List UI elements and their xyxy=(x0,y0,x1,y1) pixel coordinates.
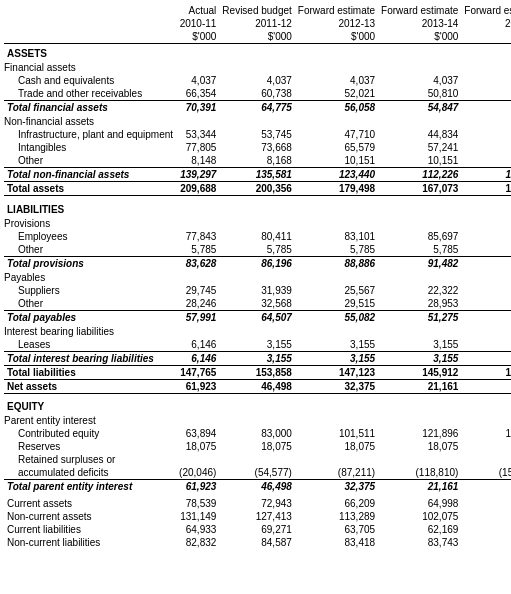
table-row: Employees77,84380,41183,10185,69787,697 xyxy=(4,230,511,243)
table-row: Total parent entity interest61,92346,498… xyxy=(4,480,511,494)
section-label: EQUITY xyxy=(4,397,511,413)
row-value: 18,075 xyxy=(176,440,219,453)
row-value: 93,482 xyxy=(461,256,511,270)
row-value: 127,413 xyxy=(219,510,295,523)
row-value: 179,498 xyxy=(295,182,378,196)
row-value: 53,344 xyxy=(176,128,219,141)
table-row: Intangibles77,80573,66865,57957,24150,59… xyxy=(4,141,511,154)
row-value: 10,151 xyxy=(295,154,378,168)
table-row: Current liabilities64,93369,27163,70562,… xyxy=(4,523,511,536)
row-value xyxy=(219,453,295,466)
row-value: 67,998 xyxy=(461,497,511,510)
section-header-row: EQUITY xyxy=(4,397,511,413)
row-value: 83,000 xyxy=(219,427,295,440)
row-value: 4,037 xyxy=(461,74,511,87)
row-label: Total provisions xyxy=(4,256,176,270)
col-forward2-header: Forward estimate xyxy=(378,4,461,17)
row-label: Total payables xyxy=(4,310,176,324)
row-label: Cash and equivalents xyxy=(4,74,176,87)
row-value: 148,912 xyxy=(461,365,511,379)
row-label: Total assets xyxy=(4,182,176,196)
row-label: Suppliers xyxy=(4,284,176,297)
row-value: 32,375 xyxy=(295,480,378,494)
row-value: 64,933 xyxy=(176,523,219,536)
row-value: 153,858 xyxy=(219,365,295,379)
col-year3: 2012-13 xyxy=(295,17,378,30)
row-value: 11,730 xyxy=(461,480,511,494)
table-row: Non-current liabilities82,83284,58783,41… xyxy=(4,536,511,549)
row-value: 200,356 xyxy=(219,182,295,196)
section-label: Parent entity interest xyxy=(4,413,511,427)
row-value: 18,075 xyxy=(378,440,461,453)
row-value: 23,322 xyxy=(461,284,511,297)
col-unit3: $'000 xyxy=(295,30,378,44)
row-value: 57,991 xyxy=(176,310,219,324)
row-value: (118,810) xyxy=(378,466,461,480)
row-value: 84,587 xyxy=(219,536,295,549)
row-value: 5,785 xyxy=(295,243,378,257)
row-value: 28,246 xyxy=(176,297,219,311)
col-unit4: $'000 xyxy=(378,30,461,44)
row-value: 57,241 xyxy=(378,141,461,154)
section-label: ASSETS xyxy=(4,44,511,61)
row-value: 42,045 xyxy=(461,128,511,141)
row-value: (54,577) xyxy=(219,466,295,480)
row-label: Other xyxy=(4,154,176,168)
section-label: Interest bearing liabilities xyxy=(4,324,511,338)
row-value: 64,775 xyxy=(219,101,295,115)
section-label: Financial assets xyxy=(4,60,511,74)
table-row: Suppliers29,74531,93925,56722,32223,322 xyxy=(4,284,511,297)
row-value: (20,046) xyxy=(176,466,219,480)
row-value: 87,697 xyxy=(461,230,511,243)
row-value: 55,082 xyxy=(295,310,378,324)
row-value: 57,847 xyxy=(461,101,511,115)
row-value: 91,482 xyxy=(378,256,461,270)
row-value: 209,688 xyxy=(176,182,219,196)
col-year5: 2014-15 xyxy=(461,17,511,30)
row-value: 63,894 xyxy=(176,427,219,440)
section-header-row: Parent entity interest xyxy=(4,413,511,427)
table-row: Total payables57,99164,50755,08251,27552… xyxy=(4,310,511,324)
row-label: Reserves xyxy=(4,440,176,453)
row-value: 32,568 xyxy=(219,297,295,311)
table-row: Non-current assets131,149127,413113,2891… xyxy=(4,510,511,523)
row-label: Total liabilities xyxy=(4,365,176,379)
row-value: 10,151 xyxy=(461,154,511,168)
row-value: 8,168 xyxy=(219,154,295,168)
row-label: Infrastructure, plant and equipment xyxy=(4,128,176,141)
row-value xyxy=(378,453,461,466)
row-value: 147,765 xyxy=(176,365,219,379)
row-value: 22,322 xyxy=(378,284,461,297)
row-label: Leases xyxy=(4,338,176,352)
table-row: accumulated deficits(20,046)(54,577)(87,… xyxy=(4,466,511,480)
row-label: Intangibles xyxy=(4,141,176,154)
row-value: 63,169 xyxy=(461,523,511,536)
row-value: 3,155 xyxy=(219,338,295,352)
row-value: 29,515 xyxy=(295,297,378,311)
row-value: 139,297 xyxy=(176,168,219,182)
row-value: (87,211) xyxy=(295,466,378,480)
row-value: 121,896 xyxy=(378,427,461,440)
row-value: 54,847 xyxy=(378,101,461,115)
section-label: LIABILITIES xyxy=(4,200,511,216)
row-value: 88,886 xyxy=(295,256,378,270)
row-value: 102,075 xyxy=(378,510,461,523)
row-value: 143,726 xyxy=(461,427,511,440)
section-header-row: Interest bearing liabilities xyxy=(4,324,511,338)
section-header-row: Provisions xyxy=(4,216,511,230)
row-label: Current liabilities xyxy=(4,523,176,536)
row-value: 4,037 xyxy=(219,74,295,87)
table-row: Other5,7855,7855,7855,7855,785 xyxy=(4,243,511,257)
row-value xyxy=(176,453,219,466)
section-header-row: Non-financial assets xyxy=(4,114,511,128)
row-value: 46,498 xyxy=(219,379,295,393)
row-value: 85,743 xyxy=(461,536,511,549)
row-value: 73,668 xyxy=(219,141,295,154)
row-label: Trade and other receivables xyxy=(4,87,176,101)
row-label: Retained surpluses or xyxy=(4,453,176,466)
row-value: 25,567 xyxy=(295,284,378,297)
table-row: Retained surpluses or xyxy=(4,453,511,466)
row-value: 83,743 xyxy=(378,536,461,549)
row-value: 72,943 xyxy=(219,497,295,510)
table-row: Total non-financial assets139,297135,581… xyxy=(4,168,511,182)
